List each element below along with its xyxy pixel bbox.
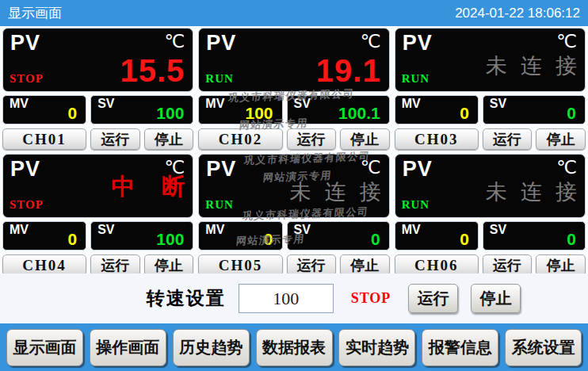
run-button[interactable]: 运行	[90, 254, 140, 276]
channel-card: PV ℃ RUN 19.1 MV 100 SV 100.1 CH02 运行 停止	[198, 28, 389, 150]
celsius-unit: ℃	[556, 31, 577, 52]
sv-label: SV	[294, 97, 311, 111]
channel-button[interactable]: CH01	[2, 128, 86, 150]
mv-box: MV 0	[395, 95, 479, 124]
pv-label: PV	[10, 31, 40, 55]
mv-label: MV	[205, 97, 224, 111]
sv-value: 0	[371, 230, 380, 249]
pv-label: PV	[10, 157, 40, 182]
status-badge: STOP	[10, 198, 44, 212]
pv-value: 未连接	[290, 178, 395, 206]
sv-value: 0	[567, 104, 576, 123]
pv-label: PV	[403, 157, 433, 182]
pv-value: 19.1	[316, 53, 381, 89]
stop-button[interactable]: 停止	[340, 254, 390, 276]
celsius-unit: ℃	[164, 31, 185, 52]
mv-box: MV 0	[395, 221, 479, 251]
mv-label: MV	[402, 97, 421, 111]
sv-box: SV 100.1	[287, 95, 390, 124]
nav-system-settings[interactable]: 系统设置	[505, 329, 582, 366]
channel-button[interactable]: CH03	[395, 128, 479, 150]
pv-value: 中断	[111, 171, 212, 203]
channel-button[interactable]: CH02	[198, 128, 282, 150]
mv-value: 0	[460, 230, 469, 249]
nav-history-trend[interactable]: 历史趋势	[173, 329, 250, 366]
run-button[interactable]: 运行	[483, 254, 533, 276]
mv-label: MV	[205, 223, 224, 237]
mv-value: 0	[67, 230, 77, 249]
sv-value: 100	[156, 104, 184, 123]
channel-button[interactable]: CH06	[395, 254, 479, 276]
sv-label: SV	[294, 223, 311, 237]
mv-box: MV 100	[198, 95, 282, 124]
run-button[interactable]: 运行	[287, 128, 337, 150]
page-title: 显示画面	[8, 4, 62, 22]
sv-box: SV 0	[287, 221, 390, 251]
status-badge: RUN	[205, 72, 234, 86]
mv-box: MV 0	[198, 221, 282, 251]
pv-display: PV ℃ RUN 未连接	[198, 154, 389, 218]
stop-button[interactable]: 停止	[144, 128, 194, 150]
celsius-unit: ℃	[361, 31, 381, 52]
sv-box: SV 100	[90, 95, 193, 124]
celsius-unit: ℃	[556, 157, 577, 178]
pv-display: PV ℃ RUN 未连接	[395, 154, 586, 218]
nav-realtime-trend[interactable]: 实时趋势	[338, 329, 415, 366]
pv-label: PV	[206, 31, 236, 55]
speed-setting-row: 转速设置 STOP 运行 停止	[0, 273, 588, 323]
pv-display: PV ℃ STOP 15.5	[2, 28, 193, 92]
status-badge: RUN	[402, 198, 430, 212]
nav-alarm-info[interactable]: 报警信息	[422, 329, 498, 366]
speed-run-button[interactable]: 运行	[408, 284, 458, 313]
speed-status-badge: STOP	[351, 290, 391, 307]
channel-button[interactable]: CH05	[198, 254, 282, 276]
stop-button[interactable]: 停止	[536, 128, 586, 150]
mv-value: 0	[264, 230, 273, 249]
channel-card: PV ℃ STOP 15.5 MV 0 SV 100 CH01 运行 停止	[2, 28, 193, 150]
speed-input[interactable]	[239, 284, 334, 313]
mv-label: MV	[10, 223, 29, 237]
pv-display: PV ℃ STOP 中断	[2, 154, 193, 218]
stop-button[interactable]: 停止	[536, 254, 586, 276]
title-bar: 显示画面 2024-01-22 18:06:12	[0, 0, 588, 26]
speed-stop-button[interactable]: 停止	[471, 284, 521, 313]
stop-button[interactable]: 停止	[144, 254, 194, 276]
speed-setting-label: 转速设置	[147, 286, 226, 311]
mv-box: MV 0	[2, 95, 86, 124]
pv-label: PV	[403, 31, 433, 55]
mv-value: 0	[460, 104, 469, 123]
sv-box: SV 100	[90, 221, 193, 251]
pv-value: 未连接	[486, 52, 588, 80]
bottom-nav: 显示画面 操作画面 历史趋势 数据报表 实时趋势 报警信息 系统设置	[0, 323, 588, 371]
clock: 2024-01-22 18:06:12	[455, 6, 580, 21]
nav-data-report[interactable]: 数据报表	[256, 329, 333, 366]
sv-label: SV	[97, 223, 114, 237]
channel-card: PV ℃ STOP 中断 MV 0 SV 100 CH04 运行 停止	[2, 154, 193, 276]
status-badge: RUN	[402, 72, 430, 86]
sv-value: 100	[156, 230, 184, 249]
nav-operation-screen[interactable]: 操作画面	[90, 329, 166, 366]
nav-display-screen[interactable]: 显示画面	[6, 329, 83, 366]
celsius-unit: ℃	[361, 157, 381, 178]
mv-label: MV	[402, 223, 421, 237]
pv-value: 15.5	[120, 53, 185, 89]
pv-display: PV ℃ RUN 未连接	[395, 28, 586, 92]
pv-display: PV ℃ RUN 19.1	[198, 28, 389, 92]
stop-button[interactable]: 停止	[340, 128, 390, 150]
channel-card: PV ℃ RUN 未连接 MV 0 SV 0 CH05 运行 停止	[198, 154, 389, 276]
run-button[interactable]: 运行	[287, 254, 337, 276]
sv-label: SV	[490, 97, 506, 111]
sv-label: SV	[97, 97, 114, 111]
channel-button[interactable]: CH04	[2, 254, 86, 276]
pv-value: 未连接	[486, 178, 588, 206]
mv-box: MV 0	[2, 221, 86, 251]
sv-box: SV 0	[483, 95, 586, 124]
run-button[interactable]: 运行	[90, 128, 140, 150]
channel-card: PV ℃ RUN 未连接 MV 0 SV 0 CH03 运行 停止	[395, 28, 586, 150]
sv-value: 0	[567, 230, 576, 249]
sv-box: SV 0	[483, 221, 586, 251]
status-badge: RUN	[205, 198, 234, 212]
run-button[interactable]: 运行	[483, 128, 533, 150]
pv-label: PV	[206, 157, 236, 182]
status-badge: STOP	[10, 72, 44, 86]
